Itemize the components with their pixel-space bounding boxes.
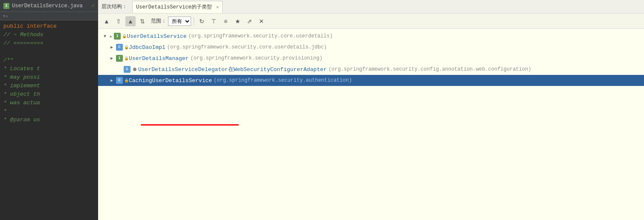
toolbar-btn-collapse[interactable]: ⊤ (209, 16, 219, 26)
node-name-caching: CachingUserDetailsService (129, 77, 212, 84)
hierarchy-header: 层次结构： UserDetailsService的子类型 ✕ (98, 0, 644, 14)
bullet-delegator (133, 68, 136, 71)
editor-tab[interactable]: I UserDetailsService.java ✓ (0, 0, 98, 12)
code-line-8: * implement (3, 82, 95, 90)
node-name-delegator: UserDetailsServiceDelegator在WebSecurityC… (138, 66, 327, 73)
red-underline-annotation (141, 124, 239, 126)
node-name-manager: UserDetailsManager (129, 55, 189, 62)
tree-node-delegator[interactable]: C UserDetailsServiceDelegator在WebSecurit… (98, 64, 644, 75)
interface-icon-root: I (114, 33, 121, 40)
checkmark-icon: ✓ (92, 3, 95, 9)
toolbar-btn-flatten[interactable]: ≡ (220, 16, 231, 26)
code-line-10: * was actua (3, 99, 95, 107)
code-line-5: /** (3, 56, 95, 65)
lock-icon-root: 🔒 (122, 34, 127, 39)
lock-icon-caching: 🔒 (124, 78, 129, 83)
tree-node-root[interactable]: ▼ ★ I 🔒 UserDetailsService (org.springfr… (98, 31, 644, 42)
node-name-root: UserDetailsService (127, 33, 186, 40)
code-body: public interface // ~ Methods // =======… (0, 20, 98, 220)
code-editor-panel: I UserDetailsService.java ✓ ▾₉ public in… (0, 0, 98, 220)
scope-select[interactable]: 所有 (168, 17, 191, 26)
toolbar-btn-refresh[interactable]: ↻ (197, 16, 207, 26)
hierarchy-tab[interactable]: UserDetailsService的子类型 ✕ (132, 1, 223, 13)
editor-tab-name: UserDetailsService.java (12, 3, 83, 9)
tree-node-jdbc[interactable]: ▶ C 🔒 JdbcDaoImpl (org.springframework.s… (98, 42, 644, 53)
tree-node-caching[interactable]: ▶ C 🔒 CachingUserDetailsService (org.spr… (98, 75, 644, 86)
toolbar-btn-close[interactable]: ✕ (256, 16, 267, 26)
tree-node-manager[interactable]: ▶ I 🔒 UserDetailsManager (org.springfram… (98, 53, 644, 64)
code-line-6: * Locates t (3, 65, 95, 73)
code-line-1: public interface (3, 22, 95, 31)
close-icon[interactable]: ✕ (216, 4, 219, 10)
toolbar-btn-up[interactable]: ⇧ (113, 16, 124, 26)
toolbar-btn-subtypes[interactable]: ▲ (125, 16, 136, 26)
class-icon-caching: C (116, 77, 123, 84)
hierarchy-toolbar: ▲ ⇧ ▲ ⇅ 范围： 所有 ↻ ⊤ ≡ ★ ⇗ ✕ (98, 14, 644, 29)
lock-icon-jdbc: 🔒 (124, 45, 129, 50)
class-icon-jdbc: C (116, 44, 123, 51)
tree-container[interactable]: ▼ ★ I 🔒 UserDetailsService (org.springfr… (98, 29, 644, 220)
toolbar-btn-expand[interactable]: ⇗ (244, 16, 255, 26)
interface-icon-manager: I (116, 55, 123, 62)
code-line-7: * may possi (3, 73, 95, 82)
toolbar-btn-locate[interactable]: ▲ (102, 16, 112, 26)
code-line-9: * object th (3, 90, 95, 99)
code-line-4 (3, 48, 95, 56)
code-line-2: // ~ Methods (3, 31, 95, 39)
node-package-root: (org.springframework.security.core.userd… (189, 33, 333, 39)
keyword-public: public (3, 23, 27, 29)
keyword-interface: interface (27, 23, 57, 29)
node-package-delegator: (org.springframework.security.config.ann… (328, 66, 531, 72)
hierarchy-panel: 层次结构： UserDetailsService的子类型 ✕ ▲ ⇧ ▲ ⇅ 范… (98, 0, 644, 220)
node-name-jdbc: JdbcDaoImpl (129, 44, 165, 51)
code-line-12: * @param us (3, 116, 95, 124)
class-icon-delegator: C (124, 66, 131, 73)
node-package-manager: (org.springframework.security.provisioni… (190, 55, 322, 61)
code-line-11: * (3, 107, 95, 116)
star-icon: ★ (109, 33, 112, 40)
expand-btn-manager[interactable]: ▶ (108, 55, 115, 62)
toolbar-btn-sort[interactable]: ⇅ (137, 16, 148, 26)
lock-icon-manager: 🔒 (124, 56, 129, 61)
node-package-caching: (org.springframework.security.authentica… (214, 77, 352, 83)
toolbar-btn-pin[interactable]: ★ (232, 16, 243, 26)
node-package-jdbc: (org.springframework.security.core.userd… (167, 44, 327, 50)
hierarchy-header-label: 层次结构： (102, 3, 127, 10)
toolbar-separator (194, 17, 194, 26)
breadcrumb-text: ▾₉ (3, 13, 8, 19)
breadcrumb-bar: ▾₉ (0, 12, 98, 20)
expand-btn-root[interactable]: ▼ (102, 33, 108, 40)
file-type-icon: I (3, 3, 9, 9)
expand-btn-caching[interactable]: ▶ (108, 77, 115, 84)
hierarchy-tab-label: UserDetailsService的子类型 (136, 3, 212, 11)
code-line-3: // ========= (3, 39, 95, 48)
expand-btn-jdbc[interactable]: ▶ (108, 44, 115, 51)
scope-label: 范围： (151, 17, 166, 25)
